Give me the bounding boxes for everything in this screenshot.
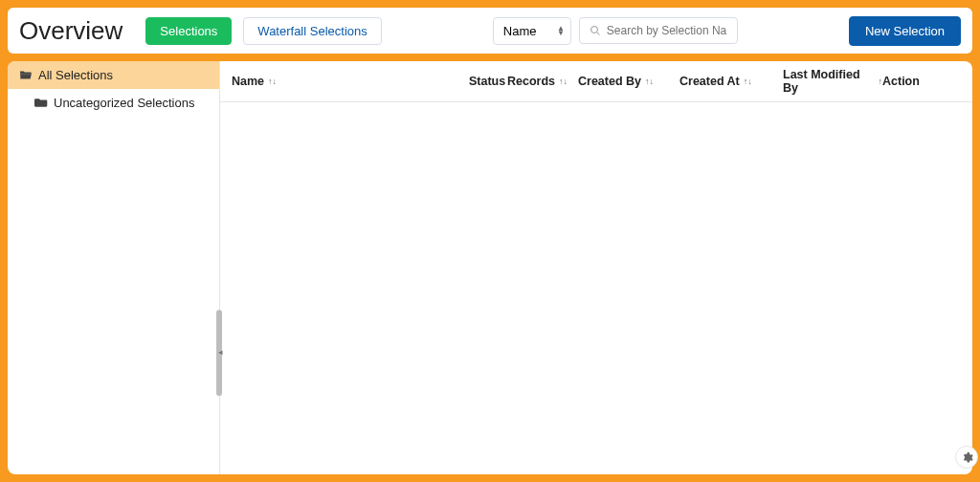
filter-select-value: Name [503, 24, 537, 38]
column-header-created-at[interactable]: Created At ↑↓ [679, 68, 783, 95]
main-panel: All Selections Uncategorized Selections … [8, 61, 972, 474]
svg-line-1 [597, 33, 600, 35]
column-header-name[interactable]: Name ↑↓ [232, 68, 469, 95]
page-title: Overview [19, 16, 122, 46]
column-label: Status [469, 75, 505, 88]
folder-open-icon [19, 70, 33, 80]
search-input-wrap[interactable] [579, 17, 738, 44]
header-bar: Overview Selections Waterfall Selections… [8, 8, 972, 54]
column-label: Action [882, 75, 920, 88]
sidebar-item-label: All Selections [38, 68, 113, 82]
sidebar-item-label: Uncategorized Selections [54, 96, 194, 110]
sort-icon: ↑↓ [744, 77, 752, 86]
column-header-created-by[interactable]: Created By ↑↓ [578, 68, 679, 95]
settings-gear-button[interactable] [955, 446, 978, 469]
select-arrows-icon: ▲▼ [557, 26, 565, 35]
filter-field-select[interactable]: Name ▲▼ [493, 17, 571, 45]
sidebar: All Selections Uncategorized Selections … [8, 61, 220, 474]
folder-icon [34, 98, 48, 108]
gear-icon [961, 451, 973, 464]
column-label: Records [507, 75, 555, 88]
search-icon [590, 25, 601, 36]
tab-selections[interactable]: Selections [145, 17, 232, 45]
sidebar-item-uncategorized[interactable]: Uncategorized Selections [8, 89, 219, 117]
tab-waterfall-selections[interactable]: Waterfall Selections [243, 17, 381, 45]
column-label: Created At [679, 75, 740, 88]
column-header-status[interactable]: Status [469, 68, 507, 95]
content-area: Name ↑↓ Status Records ↑↓ Created By ↑↓ … [220, 61, 972, 474]
svg-point-0 [590, 27, 597, 33]
sidebar-resize-handle[interactable]: ◂ [218, 350, 223, 354]
filter-and-search-group: Name ▲▼ [493, 17, 738, 45]
sort-icon: ↑↓ [559, 77, 568, 86]
column-header-last-modified-by[interactable]: Last Modified By ↑ [783, 68, 882, 95]
column-label: Last Modified By [783, 68, 875, 95]
table-header: Name ↑↓ Status Records ↑↓ Created By ↑↓ … [220, 61, 972, 102]
app-container: Overview Selections Waterfall Selections… [0, 0, 980, 482]
column-header-records[interactable]: Records ↑↓ [507, 68, 578, 95]
sort-icon: ↑↓ [645, 77, 654, 86]
new-selection-button[interactable]: New Selection [849, 16, 961, 46]
sort-icon: ↑↓ [268, 77, 277, 86]
column-label: Created By [578, 75, 641, 88]
column-header-action: Action [882, 68, 928, 95]
column-label: Name [232, 75, 264, 88]
sidebar-item-all-selections[interactable]: All Selections [8, 61, 219, 89]
search-input[interactable] [607, 24, 727, 37]
